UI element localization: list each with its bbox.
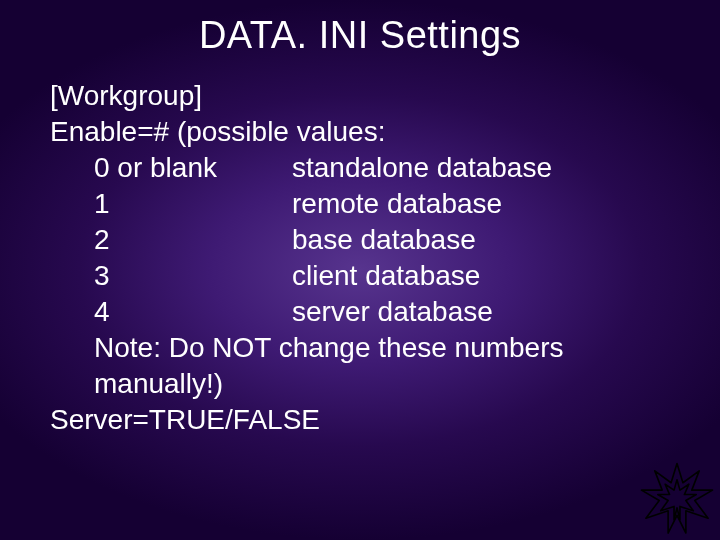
value-key: 3 bbox=[94, 258, 292, 294]
value-row: 0 or blank standalone database bbox=[50, 150, 670, 186]
value-key: 1 bbox=[94, 186, 292, 222]
value-desc: remote database bbox=[292, 186, 502, 222]
slide: DATA. INI Settings [Workgroup] Enable=# … bbox=[0, 0, 720, 540]
value-row: 4 server database bbox=[50, 294, 670, 330]
value-desc: client database bbox=[292, 258, 480, 294]
value-desc: server database bbox=[292, 294, 493, 330]
value-key: 4 bbox=[94, 294, 292, 330]
value-desc: standalone database bbox=[292, 150, 552, 186]
star-icon bbox=[640, 462, 714, 536]
slide-title: DATA. INI Settings bbox=[0, 14, 720, 57]
server-line: Server=TRUE/FALSE bbox=[50, 402, 670, 438]
value-key: 0 or blank bbox=[94, 150, 292, 186]
value-row: 2 base database bbox=[50, 222, 670, 258]
section-header: [Workgroup] bbox=[50, 78, 670, 114]
note-line-1: Note: Do NOT change these numbers bbox=[50, 330, 670, 366]
value-row: 3 client database bbox=[50, 258, 670, 294]
slide-body: [Workgroup] Enable=# (possible values: 0… bbox=[50, 78, 670, 438]
enable-line: Enable=# (possible values: bbox=[50, 114, 670, 150]
value-desc: base database bbox=[292, 222, 476, 258]
svg-marker-0 bbox=[641, 463, 712, 533]
value-key: 2 bbox=[94, 222, 292, 258]
svg-marker-1 bbox=[658, 480, 696, 520]
value-row: 1 remote database bbox=[50, 186, 670, 222]
note-line-2: manually!) bbox=[50, 366, 670, 402]
